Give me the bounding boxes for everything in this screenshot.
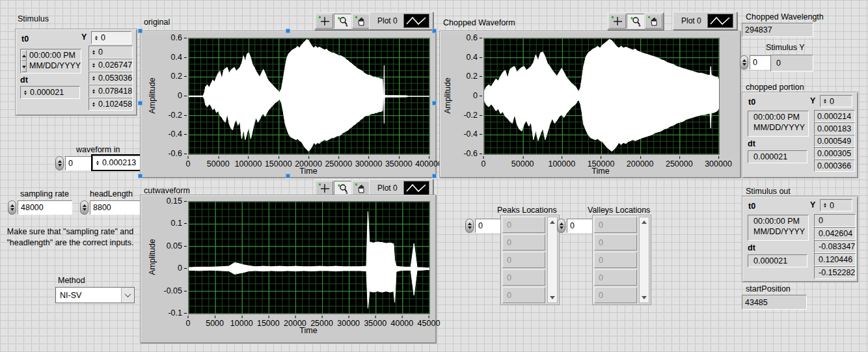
peaks-array-element[interactable]: 0	[502, 269, 545, 286]
cursor-tool-button[interactable]	[608, 14, 626, 29]
y-array-element[interactable]: 0	[88, 46, 133, 59]
dt-control[interactable]: 0.000021	[20, 86, 80, 99]
valleys-array-element[interactable]: 0	[594, 252, 637, 268]
selection-handle[interactable]	[138, 101, 142, 105]
selection-handle[interactable]	[432, 101, 437, 105]
waveform-in-element-spinner[interactable]	[94, 161, 100, 165]
x-axis-tick-label: 100000	[548, 159, 575, 169]
y-index-control[interactable]: 0	[820, 95, 852, 107]
peaks-locations-label: Peaks Locations	[497, 206, 557, 215]
y-array-element: 0.042604	[814, 227, 856, 240]
peaks-array-element[interactable]: 0	[502, 287, 545, 303]
pan-tool-button[interactable]	[352, 14, 370, 29]
scroll-up-arrow[interactable]	[548, 217, 557, 227]
valleys-index-spinner[interactable]	[557, 219, 565, 233]
y-array-label: Y	[810, 200, 815, 210]
stimulus-cluster-label: Stimulus	[18, 14, 49, 23]
pan-tool-button[interactable]	[352, 181, 370, 196]
selection-handle[interactable]	[286, 174, 290, 178]
y-axis-tick-label: 0.4	[171, 53, 182, 62]
cutwaveform-graph[interactable]: Amplitude 0.150.10.050-0.05-0.1 05000100…	[140, 195, 436, 343]
valleys-array-element[interactable]: 0	[594, 234, 637, 250]
sampling-rate-input[interactable]: 48000	[18, 200, 72, 215]
cursor-tool-button[interactable]	[316, 181, 333, 196]
selection-handle[interactable]	[138, 29, 142, 33]
peaks-index-spinner[interactable]	[465, 219, 474, 233]
peaks-array-element[interactable]: 0	[502, 217, 545, 233]
scroll-up-arrow[interactable]	[640, 217, 649, 227]
chopped-plot-area[interactable]	[483, 38, 720, 155]
dt-value[interactable]: 0.000021	[30, 88, 64, 97]
zoom-tool-button[interactable]	[334, 14, 351, 29]
y-index-spinner[interactable]	[93, 36, 99, 40]
peaks-array-scrollbar[interactable]	[547, 217, 558, 303]
y-array-element[interactable]: 0.102458	[88, 98, 133, 111]
scroll-down-arrow[interactable]	[640, 293, 649, 303]
y-array-element[interactable]: 0.053036	[88, 72, 133, 85]
zoom-tool-button[interactable]	[334, 181, 351, 196]
peaks-array-element[interactable]: 0	[502, 234, 545, 250]
stimulus-y-index-spinner[interactable]	[740, 55, 748, 70]
original-graph[interactable]: Amplitude 0.60.40.20-0.2-0.4-0.6 0500001…	[140, 31, 436, 178]
stimulus-y-index-value[interactable]: 0	[750, 55, 773, 70]
waveform-in-index-value[interactable]: 0	[65, 156, 92, 170]
y-index-control[interactable]: 0	[91, 31, 131, 44]
plot-legend-label: Plot 0	[377, 16, 398, 25]
y-axis-tick-label: 0.2	[171, 72, 182, 81]
method-dropdown-button[interactable]	[121, 288, 134, 303]
chopped-x-axis-label: Time	[591, 167, 609, 176]
y-axis-tick-label: 0.4	[467, 53, 478, 62]
y-array-element[interactable]: 0.078418	[88, 85, 133, 98]
valleys-array-element[interactable]: 0	[594, 287, 637, 303]
pan-tool-button[interactable]	[645, 14, 662, 29]
peaks-array-element[interactable]: 0	[502, 252, 545, 268]
cutwaveform-plot-area[interactable]	[188, 201, 430, 314]
zoom-tool-button[interactable]	[627, 14, 644, 29]
dt-spinner[interactable]	[22, 90, 28, 95]
y-index-value[interactable]: 0	[101, 33, 105, 42]
timestamp-spinner[interactable]	[21, 50, 27, 72]
y-axis-tick-label: -0.6	[168, 149, 182, 158]
x-axis-tick-label: 0	[186, 319, 191, 328]
cursor-tool-button[interactable]	[316, 14, 333, 29]
t0-date: MM/DD/YYYY	[753, 226, 805, 237]
y-index-control[interactable]: 0	[820, 199, 852, 211]
y-axis-tick-label: 0.6	[171, 33, 182, 42]
crosshair-icon	[319, 16, 330, 26]
chopped-graph[interactable]: Amplitude 0.60.40.20-0.2-0.4-0.6 0500001…	[439, 31, 740, 178]
valleys-array-element[interactable]: 0	[594, 217, 637, 233]
headlength-input[interactable]: 8800	[90, 200, 142, 215]
y-axis-tick-label: -0.4	[168, 129, 182, 139]
chopped-plot-legend[interactable]: Plot 0	[673, 12, 737, 30]
selection-handle[interactable]	[138, 174, 142, 178]
t0-time[interactable]: 00:00:00 PM	[29, 50, 81, 61]
selection-handle[interactable]	[286, 29, 290, 33]
y-array-element: 0	[814, 214, 856, 227]
original-plot-legend[interactable]: Plot 0	[369, 12, 433, 30]
waveform-in-index-spinner[interactable]	[55, 156, 64, 170]
dt-label: dt	[20, 75, 28, 85]
y-array: 0.000214 0.000183 0.000549 0.000305 0.00…	[814, 110, 855, 172]
method-dropdown[interactable]: NI-SV	[55, 287, 135, 303]
scroll-down-arrow[interactable]	[548, 293, 557, 303]
original-plot-area[interactable]	[188, 38, 430, 155]
original-x-axis-label: Time	[299, 167, 317, 176]
y-index-spinner[interactable]	[822, 203, 828, 208]
y-axis-tick-label: -0.6	[463, 149, 478, 158]
stimulus-cluster: t0 00:00:00 PM MM/DD/YYYY dt 0.000021 Y …	[15, 29, 137, 116]
valleys-array-scrollbar[interactable]	[639, 217, 649, 303]
y-array-element: -0.152282	[814, 266, 856, 279]
y-index-spinner[interactable]	[822, 99, 828, 103]
selection-handle[interactable]	[432, 174, 437, 178]
valleys-array-element[interactable]: 0	[594, 269, 637, 286]
selection-handle[interactable]	[432, 29, 437, 33]
t0-timestamp-control[interactable]: 00:00:00 PM MM/DD/YYYY	[20, 49, 81, 74]
y-array-element[interactable]: 0.026747	[88, 59, 133, 72]
t0-date: MM/DD/YYYY	[753, 122, 805, 133]
hand-icon	[355, 183, 366, 193]
chopped-wavelength-label: Chopped Wavelength	[746, 12, 824, 21]
original-y-ticks: 0.60.40.20-0.2-0.4-0.6	[163, 38, 187, 154]
sampling-rate-spinner[interactable]	[8, 200, 16, 215]
t0-date[interactable]: MM/DD/YYYY	[29, 61, 81, 71]
headlength-spinner[interactable]	[80, 200, 88, 215]
